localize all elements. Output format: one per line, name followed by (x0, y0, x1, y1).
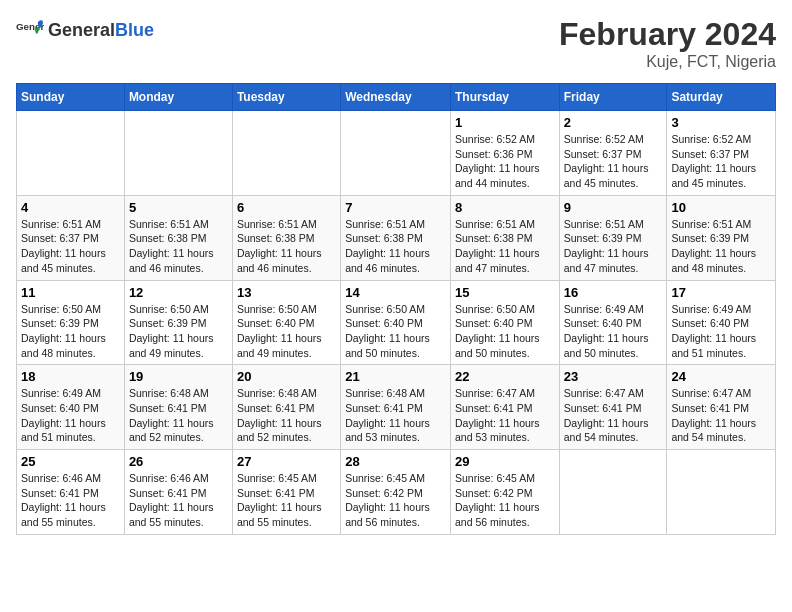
day-number: 15 (455, 285, 555, 300)
day-number: 21 (345, 369, 446, 384)
day-info: Sunrise: 6:50 AM Sunset: 6:40 PM Dayligh… (455, 302, 555, 361)
calendar-cell: 14Sunrise: 6:50 AM Sunset: 6:40 PM Dayli… (341, 280, 451, 365)
calendar-cell: 21Sunrise: 6:48 AM Sunset: 6:41 PM Dayli… (341, 365, 451, 450)
day-number: 11 (21, 285, 120, 300)
day-info: Sunrise: 6:51 AM Sunset: 6:38 PM Dayligh… (129, 217, 228, 276)
calendar-cell (232, 111, 340, 196)
calendar-week-row: 18Sunrise: 6:49 AM Sunset: 6:40 PM Dayli… (17, 365, 776, 450)
day-number: 6 (237, 200, 336, 215)
day-number: 22 (455, 369, 555, 384)
day-info: Sunrise: 6:49 AM Sunset: 6:40 PM Dayligh… (671, 302, 771, 361)
day-info: Sunrise: 6:48 AM Sunset: 6:41 PM Dayligh… (237, 386, 336, 445)
day-of-week-header: Friday (559, 84, 667, 111)
day-number: 10 (671, 200, 771, 215)
day-info: Sunrise: 6:46 AM Sunset: 6:41 PM Dayligh… (129, 471, 228, 530)
calendar-cell: 11Sunrise: 6:50 AM Sunset: 6:39 PM Dayli… (17, 280, 125, 365)
calendar-cell: 22Sunrise: 6:47 AM Sunset: 6:41 PM Dayli… (450, 365, 559, 450)
calendar-cell: 17Sunrise: 6:49 AM Sunset: 6:40 PM Dayli… (667, 280, 776, 365)
calendar-header-row: SundayMondayTuesdayWednesdayThursdayFrid… (17, 84, 776, 111)
day-info: Sunrise: 6:45 AM Sunset: 6:42 PM Dayligh… (345, 471, 446, 530)
calendar-cell: 15Sunrise: 6:50 AM Sunset: 6:40 PM Dayli… (450, 280, 559, 365)
day-info: Sunrise: 6:50 AM Sunset: 6:40 PM Dayligh… (345, 302, 446, 361)
calendar-cell: 20Sunrise: 6:48 AM Sunset: 6:41 PM Dayli… (232, 365, 340, 450)
logo-blue: Blue (115, 20, 154, 40)
calendar-cell: 16Sunrise: 6:49 AM Sunset: 6:40 PM Dayli… (559, 280, 667, 365)
calendar-cell: 24Sunrise: 6:47 AM Sunset: 6:41 PM Dayli… (667, 365, 776, 450)
calendar-cell: 9Sunrise: 6:51 AM Sunset: 6:39 PM Daylig… (559, 195, 667, 280)
page-subtitle: Kuje, FCT, Nigeria (559, 53, 776, 71)
day-info: Sunrise: 6:49 AM Sunset: 6:40 PM Dayligh… (564, 302, 663, 361)
logo-icon: General (16, 16, 44, 44)
logo: General GeneralBlue (16, 16, 154, 44)
title-area: February 2024 Kuje, FCT, Nigeria (559, 16, 776, 71)
day-number: 24 (671, 369, 771, 384)
calendar-cell: 12Sunrise: 6:50 AM Sunset: 6:39 PM Dayli… (124, 280, 232, 365)
header: General GeneralBlue February 2024 Kuje, … (16, 16, 776, 71)
calendar-cell (124, 111, 232, 196)
calendar-cell: 3Sunrise: 6:52 AM Sunset: 6:37 PM Daylig… (667, 111, 776, 196)
calendar-week-row: 4Sunrise: 6:51 AM Sunset: 6:37 PM Daylig… (17, 195, 776, 280)
calendar-cell (667, 450, 776, 535)
day-number: 8 (455, 200, 555, 215)
calendar-cell: 19Sunrise: 6:48 AM Sunset: 6:41 PM Dayli… (124, 365, 232, 450)
day-info: Sunrise: 6:51 AM Sunset: 6:38 PM Dayligh… (455, 217, 555, 276)
day-info: Sunrise: 6:51 AM Sunset: 6:37 PM Dayligh… (21, 217, 120, 276)
page-title: February 2024 (559, 16, 776, 53)
day-of-week-header: Wednesday (341, 84, 451, 111)
calendar-cell (341, 111, 451, 196)
day-info: Sunrise: 6:52 AM Sunset: 6:37 PM Dayligh… (671, 132, 771, 191)
day-number: 18 (21, 369, 120, 384)
calendar-table: SundayMondayTuesdayWednesdayThursdayFrid… (16, 83, 776, 535)
calendar-cell: 25Sunrise: 6:46 AM Sunset: 6:41 PM Dayli… (17, 450, 125, 535)
calendar-cell: 7Sunrise: 6:51 AM Sunset: 6:38 PM Daylig… (341, 195, 451, 280)
day-number: 14 (345, 285, 446, 300)
logo-text: GeneralBlue (48, 20, 154, 41)
calendar-cell: 10Sunrise: 6:51 AM Sunset: 6:39 PM Dayli… (667, 195, 776, 280)
day-info: Sunrise: 6:50 AM Sunset: 6:39 PM Dayligh… (21, 302, 120, 361)
day-of-week-header: Saturday (667, 84, 776, 111)
day-number: 20 (237, 369, 336, 384)
day-of-week-header: Monday (124, 84, 232, 111)
day-info: Sunrise: 6:51 AM Sunset: 6:39 PM Dayligh… (671, 217, 771, 276)
day-number: 4 (21, 200, 120, 215)
day-info: Sunrise: 6:45 AM Sunset: 6:41 PM Dayligh… (237, 471, 336, 530)
day-number: 13 (237, 285, 336, 300)
day-number: 7 (345, 200, 446, 215)
calendar-cell: 18Sunrise: 6:49 AM Sunset: 6:40 PM Dayli… (17, 365, 125, 450)
day-number: 25 (21, 454, 120, 469)
day-number: 29 (455, 454, 555, 469)
day-number: 1 (455, 115, 555, 130)
day-number: 19 (129, 369, 228, 384)
calendar-cell: 6Sunrise: 6:51 AM Sunset: 6:38 PM Daylig… (232, 195, 340, 280)
day-info: Sunrise: 6:51 AM Sunset: 6:38 PM Dayligh… (237, 217, 336, 276)
calendar-cell: 29Sunrise: 6:45 AM Sunset: 6:42 PM Dayli… (450, 450, 559, 535)
day-number: 5 (129, 200, 228, 215)
calendar-cell: 28Sunrise: 6:45 AM Sunset: 6:42 PM Dayli… (341, 450, 451, 535)
day-number: 16 (564, 285, 663, 300)
logo-general: General (48, 20, 115, 40)
day-info: Sunrise: 6:51 AM Sunset: 6:38 PM Dayligh… (345, 217, 446, 276)
day-number: 26 (129, 454, 228, 469)
day-of-week-header: Thursday (450, 84, 559, 111)
day-number: 9 (564, 200, 663, 215)
calendar-cell (17, 111, 125, 196)
calendar-cell: 5Sunrise: 6:51 AM Sunset: 6:38 PM Daylig… (124, 195, 232, 280)
calendar-cell: 1Sunrise: 6:52 AM Sunset: 6:36 PM Daylig… (450, 111, 559, 196)
day-number: 28 (345, 454, 446, 469)
day-of-week-header: Sunday (17, 84, 125, 111)
calendar-cell (559, 450, 667, 535)
day-info: Sunrise: 6:52 AM Sunset: 6:36 PM Dayligh… (455, 132, 555, 191)
day-number: 12 (129, 285, 228, 300)
day-number: 3 (671, 115, 771, 130)
day-info: Sunrise: 6:47 AM Sunset: 6:41 PM Dayligh… (671, 386, 771, 445)
day-info: Sunrise: 6:50 AM Sunset: 6:39 PM Dayligh… (129, 302, 228, 361)
day-info: Sunrise: 6:51 AM Sunset: 6:39 PM Dayligh… (564, 217, 663, 276)
day-number: 17 (671, 285, 771, 300)
calendar-cell: 13Sunrise: 6:50 AM Sunset: 6:40 PM Dayli… (232, 280, 340, 365)
calendar-cell: 27Sunrise: 6:45 AM Sunset: 6:41 PM Dayli… (232, 450, 340, 535)
day-info: Sunrise: 6:50 AM Sunset: 6:40 PM Dayligh… (237, 302, 336, 361)
calendar-week-row: 25Sunrise: 6:46 AM Sunset: 6:41 PM Dayli… (17, 450, 776, 535)
day-info: Sunrise: 6:45 AM Sunset: 6:42 PM Dayligh… (455, 471, 555, 530)
calendar-cell: 26Sunrise: 6:46 AM Sunset: 6:41 PM Dayli… (124, 450, 232, 535)
day-info: Sunrise: 6:49 AM Sunset: 6:40 PM Dayligh… (21, 386, 120, 445)
